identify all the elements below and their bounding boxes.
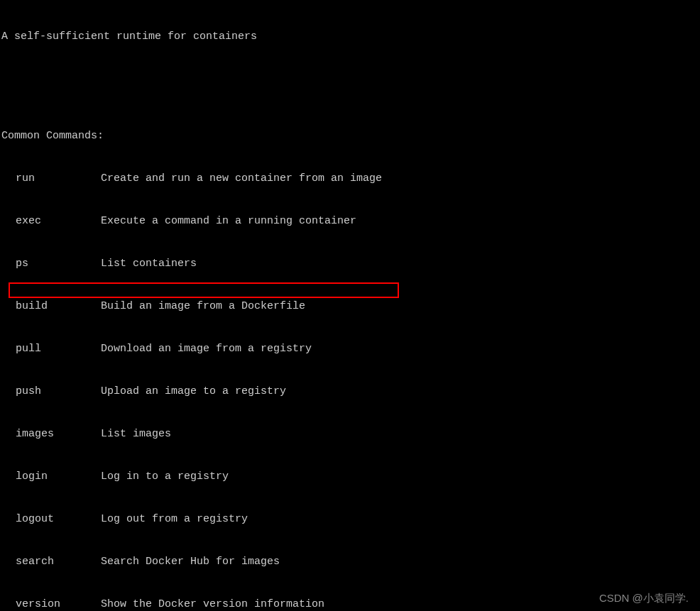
cmd-desc: Create and run a new container from an i… bbox=[101, 172, 382, 185]
cmd-name: login bbox=[1, 470, 101, 484]
cmd-desc: List containers bbox=[101, 258, 197, 270]
cmd-desc: Upload an image to a registry bbox=[101, 385, 286, 397]
cmd-row: pullDownload an image from a registry bbox=[1, 342, 700, 356]
blank-line bbox=[1, 72, 700, 87]
header-line: A self-sufficient runtime for containers bbox=[1, 30, 700, 44]
cmd-row: searchSearch Docker Hub for images bbox=[1, 555, 700, 569]
cmd-row: execExecute a command in a running conta… bbox=[1, 214, 700, 229]
cmd-name: ps bbox=[1, 257, 101, 271]
cmd-name: logout bbox=[1, 512, 101, 527]
cmd-desc: Search Docker Hub for images bbox=[101, 556, 280, 568]
cmd-name: search bbox=[1, 555, 101, 569]
cmd-name: run bbox=[1, 172, 101, 186]
cmd-name: version bbox=[1, 598, 101, 611]
cmd-row: logoutLog out from a registry bbox=[1, 512, 700, 527]
terminal-output: A self-sufficient runtime for containers… bbox=[1, 1, 700, 611]
cmd-desc: Log out from a registry bbox=[101, 513, 248, 525]
cmd-row: versionShow the Docker version informati… bbox=[1, 598, 700, 611]
cmd-name: images bbox=[1, 427, 101, 441]
cmd-desc: Log in to a registry bbox=[101, 470, 229, 483]
cmd-row: imagesList images bbox=[1, 427, 700, 441]
cmd-desc: Show the Docker version information bbox=[101, 598, 324, 610]
cmd-row: loginLog in to a registry bbox=[1, 470, 700, 484]
cmd-row: runCreate and run a new container from a… bbox=[1, 172, 700, 186]
cmd-row: psList containers bbox=[1, 257, 700, 271]
cmd-name: exec bbox=[1, 214, 101, 229]
cmd-name: build bbox=[1, 299, 101, 314]
cmd-row: buildBuild an image from a Dockerfile bbox=[1, 299, 700, 314]
cmd-desc: Build an image from a Dockerfile bbox=[101, 300, 305, 312]
cmd-name: pull bbox=[1, 342, 101, 356]
cmd-desc: List images bbox=[101, 428, 171, 440]
cmd-row: pushUpload an image to a registry bbox=[1, 385, 700, 399]
cmd-desc: Download an image from a registry bbox=[101, 343, 312, 355]
cmd-desc: Execute a command in a running container bbox=[101, 215, 356, 227]
cmd-name: push bbox=[1, 385, 101, 399]
section-title-common: Common Commands: bbox=[1, 129, 700, 143]
watermark-text: CSDN @小袁同学. bbox=[599, 591, 689, 605]
